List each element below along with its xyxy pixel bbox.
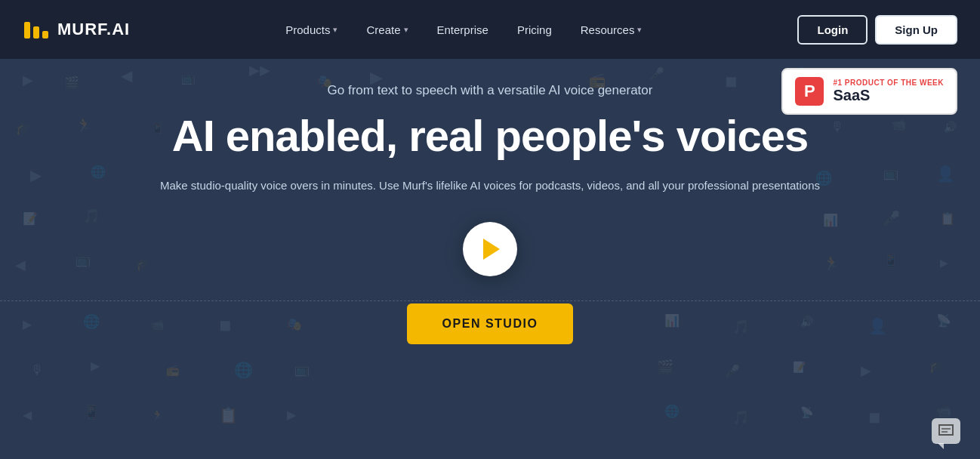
resources-chevron-icon: ▾ [637,25,642,35]
bg-icon: 🔊 [944,121,957,133]
bg-icon: 📻 [166,364,179,376]
play-triangle-icon [483,239,500,260]
open-studio-button[interactable]: OPEN STUDIO [407,303,573,344]
nav-item-create[interactable]: Create ▾ [356,17,418,42]
badge-category: SaaS [833,87,944,104]
bg-icon: ▶ [861,362,871,379]
product-of-week-badge: P #1 PRODUCT OF THE WEEK SaaS [781,68,957,115]
bg-icon: 📱 [883,253,898,267]
bg-icon: 📝 [793,361,806,373]
nav-pricing-label: Pricing [517,23,552,36]
create-chevron-icon: ▾ [404,25,408,35]
product-hunt-icon: P [795,77,824,106]
bg-icon: 👤 [868,317,887,335]
bg-icon: 👤 [936,165,955,183]
bg-icon: 📱 [83,404,100,420]
bg-icon: 🎤 [725,364,740,378]
hero-description: Make studio-quality voice overs in minut… [160,177,820,195]
hero-title: AI enabled, real people's voices [160,112,820,160]
bg-icon: ▶ [23,317,32,331]
svg-rect-0 [24,22,30,39]
bg-icon: 🏃 [76,117,92,134]
play-button-wrap [160,222,820,276]
bg-icon: 📋 [219,406,238,424]
nav-products-label: Products [285,23,330,36]
nav-item-resources[interactable]: Resources ▾ [570,17,653,42]
nav-item-products[interactable]: Products ▾ [275,17,348,42]
bg-icon: 🌐 [664,404,680,418]
bg-icon: 📡 [800,406,813,418]
bg-icon: 🎓 [136,258,149,270]
play-button[interactable] [463,222,517,276]
bg-icon: 🎬 [64,75,79,90]
bg-icon: 📡 [936,313,951,328]
bg-icon: 🎵 [732,409,749,426]
bg-icon: ▶ [940,257,948,269]
bg-icon: ▶ [91,359,100,373]
signup-button[interactable]: Sign Up [875,15,957,45]
bg-icon: ◀ [121,66,132,85]
badge-rank: #1 PRODUCT OF THE WEEK [833,79,944,87]
bg-icon: 📹 [936,404,951,418]
bg-icon: 🌐 [234,361,253,379]
bg-icon: ◀ [23,408,32,422]
chat-icon[interactable] [932,418,960,444]
bg-icon: 🎤 [649,66,664,81]
bg-icon: 🎤 [883,210,900,226]
bg-icon: 📺 [76,253,91,267]
bg-icon: 🎵 [83,208,100,224]
bg-icon: ◀ [15,257,26,273]
bg-icon: 📺 [883,166,898,180]
navbar: MURF.AI Products ▾ Create ▾ Enterprise P… [0,0,980,59]
logo[interactable]: MURF.AI [23,16,130,43]
badge-text: #1 PRODUCT OF THE WEEK SaaS [833,79,944,104]
nav-item-pricing[interactable]: Pricing [507,17,562,42]
bg-icon: 🌐 [91,165,106,179]
bg-icon: 📝 [23,211,38,226]
products-chevron-icon: ▾ [333,25,337,35]
bg-icon: 🎓 [15,121,30,135]
bg-icon: 🎙 [30,362,44,378]
logo-icon [23,16,50,43]
bg-icon: 📋 [940,211,955,226]
bg-icon: 🌐 [83,313,100,330]
bg-icon: 📺 [294,362,310,377]
login-button[interactable]: Login [797,15,868,45]
nav-enterprise-label: Enterprise [437,23,488,36]
bg-icon: ▶ [30,166,42,184]
hero-section: ▶ 🎬 ◀ 📺 ▶▶ 🎭 ▶ 📻 🎤 ◼ 🌐 📡 ▶ 🎓 🏃 📱 🎙 📹 🔊 ▶… [0,0,980,459]
svg-rect-2 [42,31,48,39]
nav-links: Products ▾ Create ▾ Enterprise Pricing R… [275,17,652,42]
bg-icon: 🏃 [151,409,164,421]
bg-icon: ▶ [23,72,33,88]
bg-icon: 🎙 [831,119,844,135]
bg-icon: ◼ [868,408,881,426]
bg-icon: 📹 [891,117,906,131]
bg-icon: ▶▶ [249,62,270,79]
bg-icon: 📊 [823,213,838,227]
nav-actions: Login Sign Up [797,15,957,45]
bg-icon: 🎬 [657,359,673,375]
bg-icon: 🎓 [929,359,944,373]
chat-bubble[interactable] [932,418,960,444]
bg-icon: ▶ [287,408,296,422]
svg-rect-1 [33,26,39,39]
hero-subtitle: Go from text to speech with a versatile … [160,83,820,98]
chat-svg [938,424,954,439]
hero-content: Go from text to speech with a versatile … [160,83,820,344]
nav-item-enterprise[interactable]: Enterprise [427,17,499,42]
nav-create-label: Create [366,23,400,36]
logo-text: MURF.AI [57,20,130,39]
nav-resources-label: Resources [581,23,635,36]
bg-icon: 🏃 [823,255,840,272]
